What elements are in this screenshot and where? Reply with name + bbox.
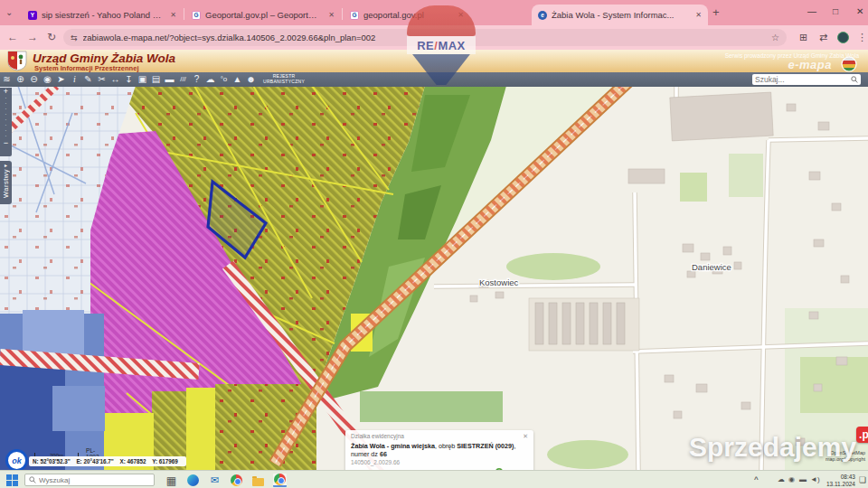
close-tab-icon[interactable]: ✕: [328, 11, 335, 19]
bookmark-star-icon[interactable]: ☆: [771, 33, 779, 42]
extensions-icon[interactable]: ⊞: [799, 32, 807, 43]
coord-e: E: 20°43'16.7": [76, 458, 113, 465]
comments-icon[interactable]: ▬: [163, 72, 176, 87]
panel-title: Działka ewidencyjna: [351, 433, 404, 440]
cloud-services-icon[interactable]: ☁: [203, 72, 217, 87]
layers-icon[interactable]: ≋: [0, 72, 14, 87]
map-search-box[interactable]: [752, 74, 861, 85]
emapa-favicon: e: [538, 11, 547, 20]
coordinates-readout: N: 52°03'52.3" E: 20°43'16.7" X: 467852 …: [29, 456, 186, 466]
copy-view-icon[interactable]: ▣: [136, 72, 149, 87]
gis-header: Urząd Gminy Żabia Wola System Informacji…: [0, 50, 868, 72]
parcel-obreb: SIESTRZEŃ (0029): [457, 442, 514, 450]
tab-geoportal-2[interactable]: G geoportal.gov.pl ✕: [344, 5, 470, 25]
browser-tab-bar: ⌄ Y sip siestrzeń - Yahoo Poland W... ✕ …: [0, 0, 868, 25]
tray-caret-icon[interactable]: ^: [754, 475, 759, 484]
zoom-control[interactable]: + ········ −: [0, 88, 12, 156]
close-tab-icon[interactable]: ✕: [695, 11, 702, 19]
tab-title: Żabia Wola - System Informac...: [552, 10, 687, 20]
hatch-measure-icon[interactable]: ///: [176, 72, 190, 87]
tray-cloud-icon[interactable]: ☁: [778, 475, 785, 484]
geoportal-favicon: G: [350, 11, 359, 20]
tray-chat-icon[interactable]: ▬: [799, 475, 807, 484]
map-label-kostowiec: Kostowiec: [479, 277, 519, 287]
tab-title: geoportal.gov.pl: [363, 10, 449, 20]
parcel-description: Żabia Wola - gmina wiejska, obręb SIESTR…: [351, 442, 528, 458]
parcel-number: 66: [380, 450, 387, 458]
clock-date: 13.11.2024: [826, 481, 855, 488]
tab-zabia-wola-active[interactable]: e Żabia Wola - System Informac... ✕: [532, 5, 708, 25]
zoom-in-icon[interactable]: ⊕: [14, 72, 27, 87]
close-tab-icon[interactable]: ✕: [170, 11, 176, 19]
user-profile-icon[interactable]: ☻: [244, 72, 258, 87]
coord-n: N: 52°03'52.3": [33, 458, 71, 465]
zoom-out-button[interactable]: −: [0, 139, 12, 147]
tab-yahoo[interactable]: Y sip siestrzeń - Yahoo Poland W... ✕: [22, 5, 183, 25]
pointer-icon[interactable]: ➤: [54, 72, 68, 87]
map-search-input[interactable]: [755, 75, 851, 84]
map-label-daniewice: Daniewice: [692, 262, 731, 272]
close-tab-icon[interactable]: ✕: [458, 11, 464, 19]
tab-search-icon[interactable]: ⌄: [5, 7, 13, 17]
send-tab-icon[interactable]: ⇄: [819, 32, 827, 43]
tab-title: Geoportal.gov.pl – Geoportal...: [205, 10, 320, 20]
terrain-icon[interactable]: ▲: [231, 72, 244, 87]
full-extent-icon[interactable]: ◉: [41, 72, 54, 87]
chrome-icon[interactable]: [230, 474, 243, 487]
layers-tab-label: Warstwy: [2, 169, 10, 198]
tab-geoportal-1[interactable]: G Geoportal.gov.pl – Geoportal... ✕: [185, 5, 341, 25]
new-tab-button[interactable]: +: [712, 5, 720, 19]
taskbar-clock[interactable]: 08:43 13.11.2024: [826, 474, 855, 488]
page-subtitle: System Informacji Przestrzennej: [34, 64, 138, 72]
ok-badge: ok: [5, 449, 28, 472]
taskbar-search-input[interactable]: [39, 476, 150, 484]
tray-volume-icon[interactable]: ◄): [810, 475, 820, 484]
windows-taskbar: ▦ ✉ ^ ☁ ◉ ▬ ◄) 08:43 13.11.2024 ❏: [0, 470, 868, 488]
menu-icon[interactable]: ⋮: [857, 32, 867, 43]
gis-toolbar: ≋ ⊕ ⊖ ◉ ➤ i ✎ ✂ ↔ ↧ ▣ ▤ ▬ /// ? ☁ °o ▲ ☻…: [0, 72, 868, 87]
reload-icon[interactable]: ↻: [47, 31, 56, 43]
close-icon[interactable]: ✕: [523, 433, 528, 440]
tab-title: sip siestrzeń - Yahoo Poland W...: [42, 10, 162, 20]
parcel-place: Żabia Wola - gmina wiejska: [351, 442, 435, 450]
taskbar-search-box[interactable]: [24, 474, 155, 486]
address-bar[interactable]: ⇆ zabiawola.e-mapa.net/?object=sys.dzial…: [63, 29, 787, 46]
edge-icon[interactable]: [186, 474, 200, 487]
tray-status-icon[interactable]: ◉: [788, 475, 795, 484]
coord-x: X: 467852: [119, 458, 146, 465]
search-icon: [851, 76, 858, 83]
minimize-button[interactable]: —: [807, 6, 816, 16]
back-icon[interactable]: ←: [7, 31, 18, 43]
coord-y: Y: 617969: [152, 458, 178, 465]
maximize-button[interactable]: □: [833, 6, 838, 16]
parcel-id: 140506_2.0029.66: [351, 459, 528, 465]
help-icon[interactable]: ?: [190, 72, 203, 87]
map-canvas[interactable]: Kostowiec Daniewice: [0, 86, 868, 470]
close-window-button[interactable]: ✕: [856, 6, 863, 16]
zoom-slider[interactable]: ········: [0, 96, 12, 139]
osm-attribution: OpenStreetMap map.org/copyright: [826, 450, 865, 463]
register-line2: URBANISTYCZNY: [263, 80, 305, 85]
clear-icon[interactable]: ✂: [95, 72, 108, 87]
notification-center-icon[interactable]: ❏: [859, 475, 866, 484]
layers-panel-tab[interactable]: ▸ Warstwy: [0, 161, 12, 204]
register-urbanistyczny-button[interactable]: REJESTR URBANISTYCZNY: [263, 74, 305, 85]
screen: Kostowiec Daniewice ⌄ Y sip siestrzeń - …: [0, 0, 868, 488]
forward-icon[interactable]: →: [27, 31, 38, 43]
panels-icon[interactable]: ▤: [149, 72, 163, 87]
coordinates-icon[interactable]: °o: [217, 72, 231, 87]
chrome-active-icon[interactable]: [273, 474, 287, 487]
geoportal-favicon: G: [192, 11, 201, 20]
identify-icon[interactable]: i: [68, 72, 81, 87]
download-profile-icon[interactable]: ↧: [122, 72, 136, 87]
url-text[interactable]: zabiawola.e-mapa.net/?object=sys.dzialka…: [83, 33, 766, 42]
start-button[interactable]: [6, 474, 18, 486]
measure-icon[interactable]: ↔: [108, 72, 122, 87]
task-view-icon[interactable]: ▦: [165, 474, 178, 487]
folder-icon[interactable]: [251, 474, 265, 487]
zoom-out-icon[interactable]: ⊖: [27, 72, 41, 87]
site-info-icon[interactable]: ⇆: [71, 33, 78, 42]
draw-icon[interactable]: ✎: [81, 72, 95, 87]
profile-avatar[interactable]: [837, 32, 849, 43]
outlook-icon[interactable]: ✉: [208, 474, 222, 487]
